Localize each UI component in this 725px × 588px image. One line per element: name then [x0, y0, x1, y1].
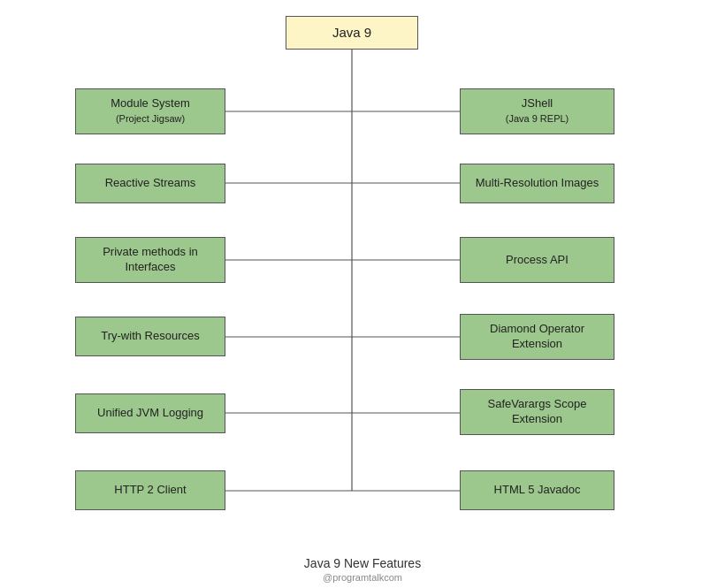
unified-jvm-logging-box: Unified JVM Logging	[75, 393, 225, 433]
html5-javadoc-box: HTML 5 Javadoc	[460, 470, 614, 510]
root-box: Java 9	[286, 16, 418, 50]
reactive-streams-label: Reactive Streams	[105, 176, 196, 191]
caption-main: Java 9 New Features	[0, 556, 725, 570]
http2-client-box: HTTP 2 Client	[75, 470, 225, 510]
caption-sub: @programtalkcom	[0, 572, 725, 583]
process-api-label: Process API	[506, 253, 569, 268]
safevarargs-label: SafeVarargs ScopeExtension	[488, 397, 587, 427]
reactive-streams-box: Reactive Streams	[75, 164, 225, 203]
safevarargs-box: SafeVarargs ScopeExtension	[460, 389, 614, 435]
caption-area: Java 9 New Features @programtalkcom	[0, 553, 725, 583]
module-system-label: Module System(Project Jigsaw)	[111, 96, 190, 126]
private-methods-box: Private methods inInterfaces	[75, 237, 225, 283]
jshell-box: JShell(Java 9 REPL)	[460, 88, 614, 134]
diagram-container: Java 9 Module System(Project Jigsaw) Rea…	[0, 0, 725, 553]
http2-client-label: HTTP 2 Client	[114, 483, 186, 498]
try-with-resources-label: Try-with Resources	[101, 329, 199, 344]
jshell-label: JShell(Java 9 REPL)	[506, 96, 569, 126]
diamond-operator-label: Diamond OperatorExtension	[490, 322, 584, 352]
unified-jvm-logging-label: Unified JVM Logging	[97, 406, 203, 421]
multi-resolution-label: Multi-Resolution Images	[476, 176, 599, 191]
root-label: Java 9	[332, 24, 371, 42]
module-system-box: Module System(Project Jigsaw)	[75, 88, 225, 134]
html5-javadoc-label: HTML 5 Javadoc	[494, 483, 581, 498]
process-api-box: Process API	[460, 237, 614, 283]
multi-resolution-box: Multi-Resolution Images	[460, 164, 614, 203]
try-with-resources-box: Try-with Resources	[75, 317, 225, 356]
diamond-operator-box: Diamond OperatorExtension	[460, 314, 614, 360]
private-methods-label: Private methods inInterfaces	[103, 245, 198, 275]
